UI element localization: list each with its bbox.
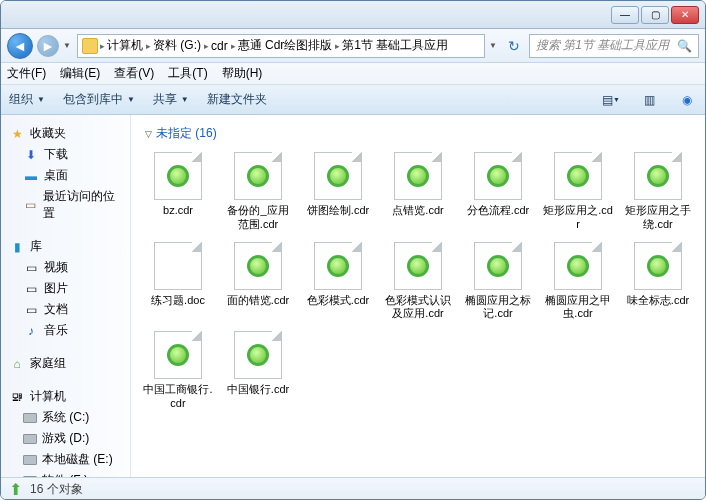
menu-edit[interactable]: 编辑(E) [60, 65, 100, 82]
sidebar-item-recent[interactable]: ▭最近访问的位置 [5, 186, 126, 224]
sidebar-item-downloads[interactable]: ⬇下载 [5, 144, 126, 165]
file-thumbnail [474, 242, 522, 290]
history-dropdown-icon[interactable]: ▼ [63, 41, 73, 50]
file-name-label: 练习题.doc [151, 294, 205, 308]
file-thumbnail [634, 242, 682, 290]
navigation-bar: ◄ ► ▼ ▸ 计算机▸ 资料 (G:)▸ cdr▸ 惠通 Cdr绘图排版▸ 第… [1, 29, 705, 63]
homegroup-icon: ⌂ [9, 356, 25, 372]
file-item[interactable]: 面的错览.cdr [221, 240, 295, 324]
file-name-label: 备份的_应用范围.cdr [223, 204, 293, 232]
menu-tools[interactable]: 工具(T) [168, 65, 207, 82]
file-thumbnail [234, 331, 282, 379]
status-bar: ⬆ 16 个对象 [1, 477, 705, 500]
file-thumbnail [314, 242, 362, 290]
file-item[interactable]: 分色流程.cdr [461, 150, 535, 234]
minimize-button[interactable]: — [611, 6, 639, 24]
sidebar-item-pictures[interactable]: ▭图片 [5, 278, 126, 299]
file-item[interactable]: 饼图绘制.cdr [301, 150, 375, 234]
document-icon: ▭ [23, 302, 39, 318]
drive-icon [23, 476, 37, 478]
star-icon: ★ [9, 126, 25, 142]
drive-icon [23, 434, 37, 444]
sidebar-item-desktop[interactable]: ▬桌面 [5, 165, 126, 186]
command-bar: 组织▼ 包含到库中▼ 共享▼ 新建文件夹 ▤▼ ▥ ◉ [1, 85, 705, 115]
search-placeholder: 搜索 第1节 基础工具应用 [536, 37, 669, 54]
menu-help[interactable]: 帮助(H) [222, 65, 263, 82]
cdr-icon [647, 165, 669, 187]
file-thumbnail [314, 152, 362, 200]
breadcrumb: 计算机▸ [107, 37, 151, 54]
file-item[interactable]: 椭圆应用之甲虫.cdr [541, 240, 615, 324]
refresh-button[interactable]: ↻ [503, 38, 525, 54]
preview-pane-icon[interactable]: ▥ [639, 90, 659, 110]
download-icon: ⬇ [23, 147, 39, 163]
sidebar-homegroup[interactable]: ⌂家庭组 [5, 353, 126, 374]
drive-icon [23, 413, 37, 423]
breadcrumb: 第1节 基础工具应用 [342, 37, 448, 54]
file-thumbnail [154, 242, 202, 290]
file-item[interactable]: 色彩模式.cdr [301, 240, 375, 324]
folder-icon [82, 38, 98, 54]
sidebar-drive-e[interactable]: 本地磁盘 (E:) [5, 449, 126, 470]
file-thumbnail [154, 331, 202, 379]
file-list-pane: ▽ 未指定 (16) bz.cdr备份的_应用范围.cdr饼图绘制.cdr点错览… [131, 115, 705, 477]
cdr-icon [247, 165, 269, 187]
new-folder-button[interactable]: 新建文件夹 [207, 91, 267, 108]
help-icon[interactable]: ◉ [677, 90, 697, 110]
sidebar-libraries[interactable]: ▮库 [5, 236, 126, 257]
cdr-icon [167, 165, 189, 187]
file-name-label: 矩形应用之.cdr [543, 204, 613, 232]
menu-file[interactable]: 文件(F) [7, 65, 46, 82]
file-item[interactable]: 点错览.cdr [381, 150, 455, 234]
close-button[interactable]: ✕ [671, 6, 699, 24]
file-item[interactable]: 色彩模式认识及应用.cdr [381, 240, 455, 324]
view-options-icon[interactable]: ▤▼ [601, 90, 621, 110]
file-name-label: 色彩模式认识及应用.cdr [383, 294, 453, 322]
recent-icon: ▭ [23, 197, 38, 213]
file-item[interactable]: 中国工商银行.cdr [141, 329, 215, 413]
sidebar-item-videos[interactable]: ▭视频 [5, 257, 126, 278]
sidebar-item-documents[interactable]: ▭文档 [5, 299, 126, 320]
file-thumbnail [234, 242, 282, 290]
sidebar-item-music[interactable]: ♪音乐 [5, 320, 126, 341]
organize-button[interactable]: 组织▼ [9, 91, 45, 108]
forward-button[interactable]: ► [37, 35, 59, 57]
sidebar-drive-d[interactable]: 游戏 (D:) [5, 428, 126, 449]
cdr-icon [567, 255, 589, 277]
file-item[interactable]: 练习题.doc [141, 240, 215, 324]
file-thumbnail [394, 152, 442, 200]
file-thumbnail [234, 152, 282, 200]
breadcrumb: 惠通 Cdr绘图排版▸ [238, 37, 341, 54]
maximize-button[interactable]: ▢ [641, 6, 669, 24]
file-name-label: 饼图绘制.cdr [307, 204, 369, 218]
file-name-label: 色彩模式.cdr [307, 294, 369, 308]
file-item[interactable]: 矩形应用之手绕.cdr [621, 150, 695, 234]
cdr-icon [487, 255, 509, 277]
file-item[interactable]: 椭圆应用之标记.cdr [461, 240, 535, 324]
status-icon: ⬆ [9, 480, 22, 499]
picture-icon: ▭ [23, 281, 39, 297]
sidebar-drive-c[interactable]: 系统 (C:) [5, 407, 126, 428]
share-button[interactable]: 共享▼ [153, 91, 189, 108]
menu-bar: 文件(F) 编辑(E) 查看(V) 工具(T) 帮助(H) [1, 63, 705, 85]
file-thumbnail [474, 152, 522, 200]
cdr-icon [327, 165, 349, 187]
include-in-library-button[interactable]: 包含到库中▼ [63, 91, 135, 108]
sidebar-drive-f[interactable]: 软件 (F:) [5, 470, 126, 477]
address-bar[interactable]: ▸ 计算机▸ 资料 (G:)▸ cdr▸ 惠通 Cdr绘图排版▸ 第1节 基础工… [77, 34, 485, 58]
menu-view[interactable]: 查看(V) [114, 65, 154, 82]
file-item[interactable]: 中国银行.cdr [221, 329, 295, 413]
back-button[interactable]: ◄ [7, 33, 33, 59]
search-input[interactable]: 搜索 第1节 基础工具应用 🔍 [529, 34, 699, 58]
sidebar-computer[interactable]: 🖳计算机 [5, 386, 126, 407]
file-item[interactable]: 矩形应用之.cdr [541, 150, 615, 234]
file-name-label: 点错览.cdr [392, 204, 443, 218]
file-thumbnail [634, 152, 682, 200]
group-header[interactable]: ▽ 未指定 (16) [141, 121, 695, 150]
address-dropdown-icon[interactable]: ▼ [489, 41, 499, 50]
file-item[interactable]: 备份的_应用范围.cdr [221, 150, 295, 234]
file-item[interactable]: bz.cdr [141, 150, 215, 234]
file-item[interactable]: 味全标志.cdr [621, 240, 695, 324]
sidebar-favorites[interactable]: ★收藏夹 [5, 123, 126, 144]
video-icon: ▭ [23, 260, 39, 276]
